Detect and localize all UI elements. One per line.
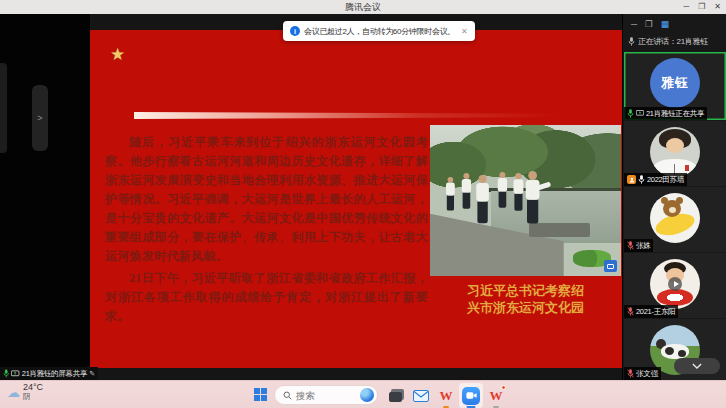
tencent-meeting-icon — [462, 387, 480, 405]
wps-icon: W — [440, 389, 453, 402]
participants-sidebar: ─ ❐ ▦ 正在讲话：21肖雅钰 雅钰 21肖雅钰正在共享 — [622, 14, 726, 380]
screen-share-letterbox — [0, 14, 90, 380]
avatar-text: 雅钰 — [661, 74, 689, 92]
window-controls: ─ ❐ ✕ — [683, 0, 721, 14]
panel-float-icon[interactable]: ❐ — [645, 20, 653, 29]
participant-name: 张姝 — [636, 241, 650, 251]
panel-controls: ─ ❐ ▦ — [631, 18, 669, 30]
weather-desc: 阴 — [23, 393, 43, 401]
participant-tile-zhangshu[interactable]: 张姝 — [624, 187, 726, 252]
star-icon: ★ — [110, 44, 125, 65]
slide-body-text: 随后，习近平乘车来到位于绍兴的浙东运河文化园考察。他步行察看古运河河道和周边历史… — [105, 133, 428, 329]
window-title: 腾讯会议 — [345, 1, 381, 14]
ribbon-decoration — [134, 112, 622, 119]
person-figure — [497, 172, 507, 208]
chevron-right-icon: > — [37, 113, 42, 123]
participant-name-tag: 21肖雅钰正在共享 — [624, 107, 707, 120]
slide-photo-canal-visit — [430, 125, 621, 276]
participant-name: 2021-王东阳 — [636, 307, 675, 317]
maximize-button[interactable]: ❐ — [698, 3, 705, 11]
participant-name-tag: 2022田苏墙 — [624, 173, 687, 186]
expand-panel-button[interactable]: > — [32, 85, 48, 151]
windows-taskbar: ☁ 24°C 阴 W — [0, 380, 726, 408]
panel-minimize-icon[interactable]: ─ — [631, 20, 637, 29]
mic-muted-icon — [627, 369, 634, 378]
photo-caption: 习近平总书记考察绍 兴市浙东运河文化园 — [430, 282, 621, 316]
host-badge-icon — [627, 175, 636, 184]
screen: 腾讯会议 ─ ❐ ✕ > ★ 随后，习近平乘车来到位于绍兴的浙东运河文化园考察。… — [0, 0, 726, 408]
avatar-kid-photo — [650, 259, 700, 309]
avatar-bear — [650, 193, 700, 243]
wps-button[interactable]: W — [434, 383, 458, 408]
annotate-icon[interactable]: ✎ — [89, 370, 95, 378]
folder-icon — [389, 389, 404, 402]
mic-muted-icon — [627, 307, 634, 316]
chevron-down-icon — [692, 363, 702, 369]
avatar-initials: 雅钰 — [650, 58, 700, 108]
cloud-icon: ☁ — [7, 386, 20, 399]
windows-logo-icon — [254, 388, 260, 394]
wps-icon: W — [490, 389, 503, 402]
collapsed-toolbar-strip — [0, 63, 7, 153]
start-button[interactable] — [254, 388, 268, 402]
participant-name: 2022田苏墙 — [647, 175, 684, 185]
active-speaker-row: 正在讲话：21肖雅钰 — [628, 36, 726, 47]
participant-name-tag: 2021-王东阳 — [624, 305, 678, 318]
weather-widget[interactable]: ☁ 24°C 阴 — [7, 383, 43, 401]
screen-share-icon — [636, 110, 644, 117]
mic-muted-icon — [627, 241, 634, 250]
close-button[interactable]: ✕ — [714, 3, 721, 11]
tencent-meeting-button[interactable] — [459, 383, 483, 408]
avatar-photo-boy — [650, 127, 700, 177]
minimize-button[interactable]: ─ — [683, 3, 689, 11]
participant-name-tag: 张文强 — [624, 367, 661, 380]
alert-badge — [501, 385, 506, 390]
person-figure — [445, 177, 455, 211]
participant-name: 21肖雅钰正在共享 — [646, 109, 704, 119]
toast-text: 会议已超过2人，自动转为60分钟限时会议。 — [304, 26, 455, 37]
file-explorer-button[interactable] — [384, 383, 408, 408]
wps-docs-button[interactable]: W — [484, 383, 508, 408]
participant-tile-yayu[interactable]: 雅钰 21肖雅钰正在共享 — [624, 52, 726, 120]
grid-view-icon[interactable]: ▦ — [661, 20, 669, 29]
person-figure-leader — [525, 171, 540, 224]
active-speaker-label: 正在讲话：21肖雅钰 — [638, 36, 708, 47]
bing-orb-icon[interactable] — [360, 388, 374, 402]
toast-close-icon[interactable]: ✕ — [461, 27, 468, 36]
person-figure — [513, 173, 524, 211]
taskbar-search[interactable] — [274, 385, 378, 405]
participant-name-tag: 张姝 — [624, 239, 653, 252]
play-icon — [668, 277, 682, 291]
caption-line-2: 兴市浙东运河文化园 — [430, 299, 621, 316]
mic-on-icon — [627, 109, 634, 118]
search-input[interactable] — [296, 390, 356, 401]
photo-watermark — [604, 260, 617, 272]
window-titlebar: 腾讯会议 ─ ❐ ✕ — [0, 0, 726, 14]
shared-slide: ★ 随后，习近平乘车来到位于绍兴的浙东运河文化园考察。他步行察看古运河河道和周边… — [90, 30, 622, 368]
collapse-videos-button[interactable] — [674, 358, 720, 374]
share-banner-text: 21肖雅钰的屏幕共享 — [22, 369, 87, 379]
screen-share-banner[interactable]: 21肖雅钰的屏幕共享 ✎ — [0, 367, 98, 380]
participant-tile-2022[interactable]: 2022田苏墙 — [624, 121, 726, 186]
info-icon: i — [290, 26, 300, 36]
person-figure — [461, 173, 471, 209]
slide-paragraph-1: 随后，习近平乘车来到位于绍兴的浙东运河文化园考察。他步行察看古运河河道和周边历史… — [105, 133, 428, 266]
participant-name: 张文强 — [636, 369, 658, 379]
mic-on-icon — [3, 369, 9, 378]
screen-share-icon — [11, 370, 19, 378]
mail-icon — [413, 390, 429, 402]
mail-button[interactable] — [409, 383, 433, 408]
meeting-toast: i 会议已超过2人，自动转为60分钟限时会议。 ✕ — [283, 21, 475, 41]
participant-tile-wangdongyang[interactable]: 2021-王东阳 — [624, 253, 726, 318]
person-figure — [475, 175, 489, 223]
photo-stone-bench — [529, 223, 590, 237]
mic-icon — [628, 37, 635, 46]
slide-paragraph-2: 21日下午，习近平听取了浙江省委和省政府工作汇报，对浙江各项工作取得的成绩给予肯… — [105, 269, 428, 326]
caption-line-1: 习近平总书记考察绍 — [430, 282, 621, 299]
mic-on-icon — [638, 175, 645, 184]
search-icon — [283, 391, 292, 400]
pinned-apps: W W — [384, 383, 508, 408]
